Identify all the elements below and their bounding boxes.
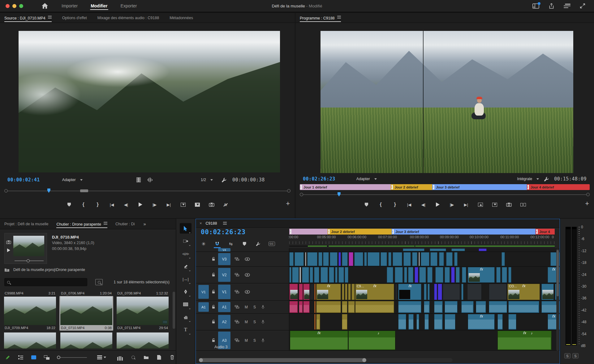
timeline-clip[interactable] <box>351 284 355 300</box>
tab-chutier-drone-parapente[interactable]: Chutier : Drone parapente <box>56 219 107 229</box>
timeline-clip[interactable]: fx♪ <box>497 331 552 350</box>
timeline-clip[interactable] <box>354 252 364 266</box>
drag-audio-icon[interactable] <box>148 177 153 182</box>
add-marker-button[interactable] <box>364 201 370 208</box>
minimize-window-button[interactable] <box>12 4 16 8</box>
track-output-eye-icon[interactable] <box>245 290 250 294</box>
timeline-clip[interactable] <box>489 301 507 313</box>
fullscreen-button[interactable] <box>580 3 585 9</box>
timeline-clip[interactable] <box>323 252 329 266</box>
timeline-clip[interactable] <box>451 248 465 251</box>
sync-lock-icon[interactable] <box>235 290 239 294</box>
timeline-clip[interactable] <box>461 301 474 313</box>
source-resolution-dropdown[interactable]: 1/2 <box>198 177 215 183</box>
timeline-clip[interactable] <box>412 252 417 266</box>
timeline-clip[interactable] <box>388 252 391 266</box>
timeline-clip[interactable] <box>456 267 459 283</box>
timeline-clip[interactable]: CO…fx <box>507 284 540 300</box>
timeline-clip[interactable] <box>421 252 429 266</box>
tab-source-dji-0710-mp4[interactable]: Source : DJI_0710.MP4 <box>4 13 52 23</box>
extract-button[interactable] <box>492 201 498 208</box>
timeline-horizontal-scrollbar[interactable] <box>199 358 453 362</box>
solo-button[interactable]: S <box>253 338 256 343</box>
timeline-clip[interactable] <box>303 301 309 313</box>
timeline-marker-jour-4[interactable]: Jour 4 <box>536 229 555 235</box>
track-button-v4[interactable]: V4 <box>218 248 230 252</box>
insert-button[interactable] <box>180 201 186 208</box>
timeline-clip[interactable]: fx <box>468 267 495 283</box>
program-scrubber[interactable] <box>300 192 590 197</box>
timeline-marker-jour-3-d-brief[interactable]: Jour 3 débrief <box>392 229 536 235</box>
camera-icon[interactable] <box>6 240 11 244</box>
timeline-clip[interactable] <box>395 284 397 300</box>
timeline-clip[interactable] <box>292 267 299 283</box>
type-tool[interactable]: T <box>180 324 192 335</box>
nav-tab-modifier[interactable]: Modifier <box>90 1 108 11</box>
track-lane-a3[interactable]: fx♪fx♪ <box>289 330 560 350</box>
track-select-forward-tool[interactable] <box>180 236 192 246</box>
timeline-clip[interactable] <box>430 252 437 266</box>
step-forward-button[interactable]: |▶ <box>449 201 455 208</box>
timeline-clip[interactable] <box>342 314 347 330</box>
go-to-in-button[interactable]: |◀ <box>109 201 115 208</box>
timeline-clip[interactable]: ♪ <box>348 331 395 350</box>
track-lock-icon[interactable] <box>209 320 218 324</box>
solo-left-button[interactable]: S <box>564 353 570 358</box>
add-marker-icon[interactable] <box>241 241 248 247</box>
program-settings-button[interactable] <box>544 176 549 182</box>
timeline-clip[interactable] <box>445 267 450 283</box>
timeline-clip[interactable] <box>479 248 487 251</box>
timeline-clip[interactable] <box>314 267 319 283</box>
find-button[interactable] <box>130 354 136 361</box>
export-frame-button[interactable] <box>209 201 215 208</box>
hand-tool[interactable] <box>180 312 192 322</box>
panel-menu-icon[interactable] <box>337 15 341 19</box>
sync-lock-icon[interactable] <box>235 273 239 277</box>
timeline-clip[interactable] <box>299 267 301 283</box>
razor-tool[interactable] <box>180 261 192 272</box>
timeline-clip[interactable] <box>321 267 328 283</box>
selection-tool[interactable] <box>180 223 192 234</box>
timeline-clip[interactable] <box>438 284 442 300</box>
timeline-clip[interactable] <box>508 301 539 313</box>
home-button[interactable] <box>42 3 48 9</box>
timeline-clip[interactable] <box>428 284 430 300</box>
app-menu-button[interactable] <box>564 4 570 8</box>
bin-item-partial[interactable] <box>59 332 113 349</box>
button-editor-plus[interactable]: + <box>286 200 290 208</box>
nest-sequence-icon[interactable]: ✳ <box>200 241 207 247</box>
source-playhead[interactable] <box>47 188 50 193</box>
mark-in-button[interactable]: { <box>80 201 87 208</box>
timeline-clip[interactable] <box>316 314 321 330</box>
preview-play-icon[interactable] <box>7 248 10 252</box>
timeline-playhead-timecode[interactable]: 00:02:26:23 <box>201 228 246 236</box>
source-current-timecode[interactable]: 00:00:02:41 <box>7 177 40 183</box>
captions-icon[interactable]: CC <box>268 241 275 247</box>
timeline-clip[interactable] <box>305 252 306 266</box>
step-forward-button[interactable]: |▶ <box>152 201 158 208</box>
timeline-clip[interactable] <box>303 284 309 300</box>
program-zoom-handle-right[interactable] <box>586 193 590 196</box>
preview-scrubber[interactable] <box>15 260 44 261</box>
track-button-v1[interactable]: V1 <box>218 285 230 299</box>
solo-button[interactable]: S <box>253 320 256 324</box>
bin-item-partial[interactable] <box>3 332 57 349</box>
sequence-marker-jour-4-d-brief[interactable]: Jour 4 débrief <box>527 184 590 190</box>
timeline-clip[interactable] <box>310 267 313 283</box>
timeline-clip[interactable] <box>395 267 403 283</box>
timeline-clip[interactable] <box>439 252 444 266</box>
timeline-clip[interactable] <box>419 252 420 266</box>
timeline-clip[interactable] <box>314 314 315 330</box>
source-patch-a1[interactable]: A1 <box>198 302 209 312</box>
track-output-eye-icon[interactable] <box>245 257 250 261</box>
panel-menu-icon[interactable] <box>104 221 107 225</box>
track-button-v3[interactable]: V3 <box>218 253 230 265</box>
go-to-out-button[interactable]: ▶| <box>463 201 469 208</box>
timeline-clip[interactable] <box>508 267 511 283</box>
timeline-clip[interactable] <box>445 314 455 330</box>
remix-tool[interactable]: ◃♪▹ <box>180 248 192 259</box>
timeline-clip[interactable] <box>335 267 338 283</box>
timeline-clip[interactable] <box>404 267 407 283</box>
timeline-clip[interactable] <box>329 267 334 283</box>
timeline-clip[interactable] <box>446 252 453 266</box>
